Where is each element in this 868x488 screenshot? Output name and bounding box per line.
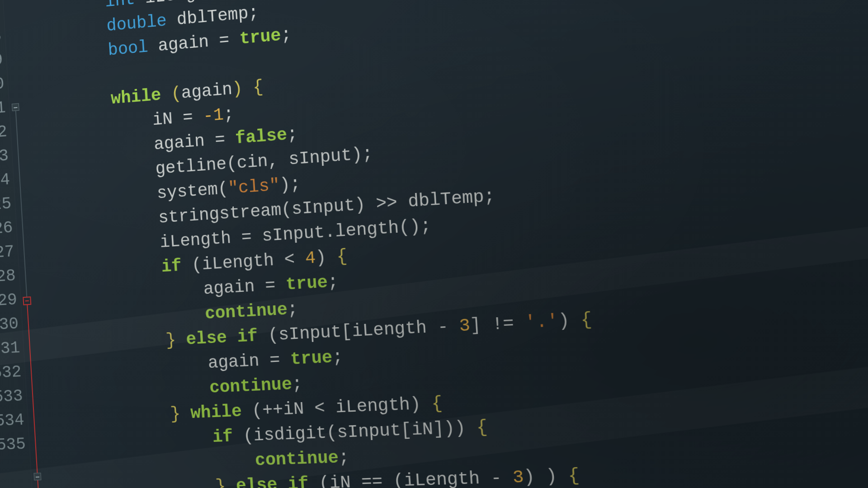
code-token: sInput	[288, 145, 352, 170]
code-token: again	[208, 351, 260, 373]
code-token: 3	[458, 316, 471, 337]
code-token: =	[208, 29, 241, 52]
line-number: 532	[0, 360, 22, 385]
line-number: 17	[0, 0, 0, 27]
line-number: 533	[0, 384, 24, 409]
code-token: system	[156, 180, 218, 203]
code-token: [	[341, 322, 353, 342]
code-token: dblTemp	[407, 187, 485, 212]
code-token: [	[400, 420, 412, 441]
code-token: -	[479, 468, 514, 488]
code-token: == (	[350, 471, 405, 488]
code-token: false	[235, 125, 288, 149]
line-number: 19	[0, 48, 4, 75]
code-token: ] !=	[470, 313, 526, 336]
code-token: {	[476, 417, 488, 437]
code-token	[52, 427, 213, 453]
code-token: ;	[287, 124, 298, 145]
code-token: {	[336, 246, 348, 267]
line-number: 525	[0, 192, 12, 218]
code-token: again	[181, 80, 233, 103]
code-token: iLength	[201, 251, 274, 275]
code-token	[47, 354, 208, 380]
code-token	[53, 451, 256, 477]
code-token: continue	[209, 375, 292, 398]
code-token: (	[326, 423, 338, 443]
code-token: length	[335, 218, 400, 242]
code-token: .	[324, 222, 336, 242]
code-token: '.'	[524, 311, 559, 333]
code-area[interactable]: string sInput; int iLength, iN; double d…	[15, 0, 868, 488]
line-number: 531	[0, 336, 21, 362]
fold-collapse-icon[interactable]	[33, 473, 41, 480]
code-token: =	[231, 227, 263, 248]
code-token: cin	[236, 151, 269, 173]
line-number: 528	[0, 264, 16, 290]
code-token: again	[203, 277, 255, 299]
line-number: 530	[0, 312, 19, 338]
code-token	[134, 0, 146, 9]
code-token: ;	[332, 347, 344, 368]
code-token	[160, 84, 172, 105]
code-token: 4	[305, 249, 316, 269]
code-token	[40, 233, 160, 260]
code-token: if	[212, 427, 234, 447]
code-token: {	[252, 77, 264, 98]
code-token: true	[290, 348, 333, 370]
code-token: ;	[483, 186, 495, 207]
code-token: (	[281, 200, 292, 220]
code-token: int	[104, 0, 136, 12]
fold-collapse-icon[interactable]	[12, 103, 19, 111]
code-token: ,	[267, 150, 289, 171]
code-token: ;	[280, 25, 292, 45]
code-token	[147, 37, 159, 57]
code-token	[242, 78, 253, 99]
code-token: (	[308, 474, 330, 488]
code-token: else if	[185, 326, 258, 349]
code-token: ,	[216, 0, 237, 1]
code-token: getline	[155, 155, 227, 179]
code-token: (	[170, 84, 182, 104]
code-token: isdigit	[253, 423, 327, 446]
code-token: ;	[248, 3, 259, 23]
line-number: 526	[0, 216, 14, 242]
code-token	[180, 404, 191, 424]
code-token: continue	[255, 448, 339, 471]
code-token: iLength	[351, 318, 427, 342]
code-token: }	[170, 404, 181, 424]
code-token: <	[303, 398, 336, 419]
line-number: 527	[0, 240, 15, 266]
code-token: {	[580, 310, 593, 330]
code-token: true	[239, 26, 282, 49]
code-token: ;	[223, 104, 234, 125]
line-number: 524	[0, 168, 10, 194]
code-token: -1	[203, 105, 224, 126]
code-token	[166, 10, 177, 31]
code-editor[interactable]: 1617181920215225235245255265275285295305…	[0, 0, 868, 488]
code-token: again	[157, 32, 209, 56]
code-token: while	[190, 402, 242, 423]
code-token: (	[181, 255, 203, 276]
line-number: 534	[0, 408, 25, 434]
code-token: dblTemp	[176, 4, 249, 29]
code-token: sInput	[261, 223, 325, 246]
code-token: else if	[236, 474, 309, 488]
code-token	[50, 405, 171, 429]
code-token	[46, 331, 166, 356]
code-token: if	[161, 256, 182, 277]
code-token: =	[172, 107, 204, 128]
code-token: )	[409, 394, 432, 415]
line-number: 523	[0, 144, 9, 170]
line-number: 20	[0, 72, 5, 99]
line-number: 522	[0, 120, 8, 146]
code-token: )	[232, 79, 243, 99]
code-token: =	[204, 129, 236, 151]
code-token: sInput	[291, 196, 355, 220]
fold-error-marker-icon[interactable]	[23, 296, 31, 305]
code-token: (++	[241, 400, 283, 421]
code-token: )	[558, 310, 581, 331]
code-token: iN	[152, 109, 173, 130]
code-token: iN	[329, 473, 351, 488]
code-token: while	[110, 85, 161, 109]
code-token: continue	[204, 300, 288, 324]
